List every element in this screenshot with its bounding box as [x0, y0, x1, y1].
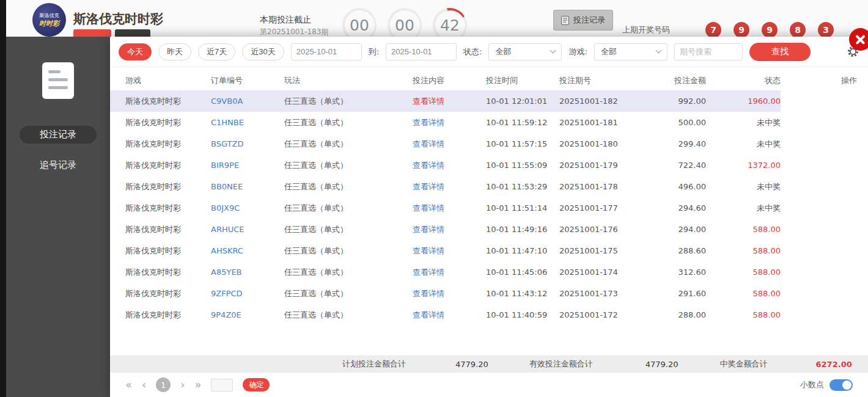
- lottery-logo: 斯洛伐克 时时彩: [32, 3, 66, 37]
- row-status: 1372.00: [748, 161, 781, 170]
- filter-30days-button[interactable]: 近30天: [242, 43, 284, 60]
- table-row: 斯洛伐克时时彩 BIR9PE 任三直选（单式） 查看详情 10-01 11:55…: [110, 155, 868, 176]
- cell-time: 10-01 11:59:12: [486, 118, 559, 127]
- view-detail-link[interactable]: 查看详情: [413, 182, 444, 191]
- view-detail-link[interactable]: 查看详情: [413, 268, 444, 277]
- cell-play: 任三直选（单式）: [284, 267, 413, 278]
- cell-amount: 299.40: [679, 139, 707, 148]
- status-select[interactable]: 全部: [488, 43, 562, 60]
- record-sidebar: 投注记录 追号记录: [6, 37, 110, 397]
- planned-total-label: 计划投注金额合计: [342, 359, 406, 370]
- summary-bar: 计划投注金额合计 4779.20 有效投注金额合计 4779.20 中奖金额合计…: [110, 355, 868, 373]
- confirm-page-button[interactable]: 确定: [243, 378, 270, 392]
- cell-game: 斯洛伐克时时彩: [125, 267, 211, 278]
- cell-period: 20251001-178: [559, 182, 657, 191]
- order-number-link[interactable]: ARHUCE: [211, 225, 245, 234]
- current-page-button[interactable]: 1: [156, 377, 171, 392]
- cell-period: 20251001-181: [559, 118, 657, 127]
- date-to-input[interactable]: [386, 43, 457, 60]
- close-icon: [855, 34, 866, 45]
- view-detail-link[interactable]: 查看详情: [413, 118, 444, 127]
- cell-amount: 294.60: [679, 203, 707, 213]
- table-row: 斯洛伐克时时彩 C1HNBE 任三直选（单式） 查看详情 10-01 11:59…: [110, 112, 868, 133]
- cell-period: 20251001-173: [559, 289, 657, 298]
- draw-number-ball: 9: [762, 22, 778, 38]
- row-status: 未中奖: [757, 181, 781, 192]
- file-icon: [42, 62, 74, 99]
- document-icon: [561, 16, 569, 25]
- cell-period: 20251001-179: [559, 161, 657, 170]
- filter-bar: 今天 昨天 近7天 近30天 到: 状态: 全部 游戏: 全部 查找: [110, 37, 868, 67]
- logo-text-line2: 时时彩: [39, 19, 59, 28]
- table-row: 斯洛伐克时时彩 C9VB0A 任三直选（单式） 查看详情 10-01 12:01…: [110, 90, 868, 112]
- order-number-link[interactable]: BSGTZD: [211, 139, 243, 148]
- row-status: 未中奖: [757, 203, 781, 214]
- planned-total-value: 4779.20: [455, 360, 488, 369]
- deadline-label: 本期投注截止: [260, 15, 311, 26]
- cell-amount: 722.40: [679, 161, 707, 170]
- table-row: 斯洛伐克时时彩 9ZFPCD 任三直选（单式） 查看详情 10-01 11:43…: [110, 283, 868, 304]
- prev-page-icon[interactable]: ‹: [142, 379, 146, 390]
- period-search-input[interactable]: [674, 43, 743, 60]
- cell-time: 10-01 11:40:59: [486, 310, 559, 319]
- view-detail-link[interactable]: 查看详情: [413, 203, 444, 213]
- sidebar-item-bet-records[interactable]: 投注记录: [20, 126, 97, 144]
- order-number-link[interactable]: BB0NEE: [211, 182, 243, 191]
- table-spacer: [110, 326, 868, 355]
- order-number-link[interactable]: 9P4Z0E: [211, 310, 241, 319]
- col-action: 操作: [841, 75, 868, 86]
- countdown-hours: 00: [345, 10, 375, 40]
- table-row: 斯洛伐克时时彩 ARHUCE 任三直选（单式） 查看详情 10-01 11:49…: [110, 219, 868, 240]
- view-detail-link[interactable]: 查看详情: [413, 161, 444, 170]
- order-number-link[interactable]: AHSKRC: [211, 246, 243, 255]
- row-status: 588.00: [753, 310, 781, 319]
- cell-game: 斯洛伐克时时彩: [125, 224, 211, 235]
- filter-today-button[interactable]: 今天: [119, 43, 152, 60]
- view-detail-link[interactable]: 查看详情: [413, 97, 444, 106]
- first-page-icon[interactable]: «: [125, 379, 132, 390]
- bet-record-button[interactable]: 投注记录: [553, 10, 613, 31]
- sidebar-item-chase-records[interactable]: 追号记录: [20, 156, 97, 174]
- cell-time: 10-01 11:49:16: [486, 225, 559, 234]
- order-number-link[interactable]: BIR9PE: [211, 161, 239, 170]
- filter-yesterday-button[interactable]: 昨天: [158, 43, 191, 60]
- order-number-link[interactable]: A85YEB: [211, 268, 242, 277]
- cell-play: 任三直选（单式）: [284, 246, 413, 257]
- decimal-toggle[interactable]: [829, 379, 853, 391]
- cell-game: 斯洛伐克时时彩: [125, 310, 211, 321]
- cell-play: 任三直选（单式）: [284, 224, 413, 235]
- search-button[interactable]: 查找: [749, 43, 811, 61]
- row-status: 未中奖: [757, 117, 781, 128]
- view-detail-link[interactable]: 查看详情: [413, 310, 444, 319]
- game-select[interactable]: 全部: [594, 43, 668, 60]
- draw-number-ball: 7: [705, 22, 721, 38]
- order-number-link[interactable]: B0JX9C: [211, 203, 240, 213]
- toggle-knob: [842, 381, 851, 390]
- cell-period: 20251001-174: [559, 268, 657, 277]
- order-number-link[interactable]: 9ZFPCD: [211, 289, 243, 298]
- order-number-link[interactable]: C9VB0A: [211, 97, 243, 106]
- view-detail-link[interactable]: 查看详情: [413, 289, 444, 298]
- next-page-icon[interactable]: ›: [180, 379, 185, 390]
- bet-records-modal: 今天 昨天 近7天 近30天 到: 状态: 全部 游戏: 全部 查找: [110, 37, 868, 397]
- cell-time: 10-01 11:55:09: [486, 161, 559, 170]
- view-detail-link[interactable]: 查看详情: [413, 246, 444, 255]
- view-detail-link[interactable]: 查看详情: [413, 225, 444, 234]
- cell-time: 10-01 11:47:10: [486, 246, 559, 255]
- date-from-input[interactable]: [291, 43, 362, 60]
- view-detail-link[interactable]: 查看详情: [413, 139, 444, 148]
- table-header: 游戏 订单编号 玩法 投注内容 投注时间 投注期号 投注金额 状态 操作: [110, 71, 868, 90]
- countdown-minutes: 00: [390, 10, 420, 40]
- cell-amount: 288.00: [679, 310, 707, 319]
- game-label: 游戏:: [568, 46, 587, 57]
- filter-7days-button[interactable]: 近7天: [198, 43, 235, 60]
- logo-text-line1: 斯洛伐克: [40, 12, 59, 19]
- row-status: 588.00: [753, 225, 781, 234]
- close-button[interactable]: [849, 28, 868, 51]
- last-page-icon[interactable]: »: [194, 379, 201, 390]
- order-number-link[interactable]: C1HNBE: [211, 118, 244, 127]
- left-dark-strip: [0, 0, 6, 397]
- page-number-input[interactable]: [211, 379, 233, 392]
- table-row: 斯洛伐克时时彩 BB0NEE 任三直选（单式） 查看详情 10-01 11:53…: [110, 176, 868, 197]
- col-order: 订单编号: [211, 75, 284, 86]
